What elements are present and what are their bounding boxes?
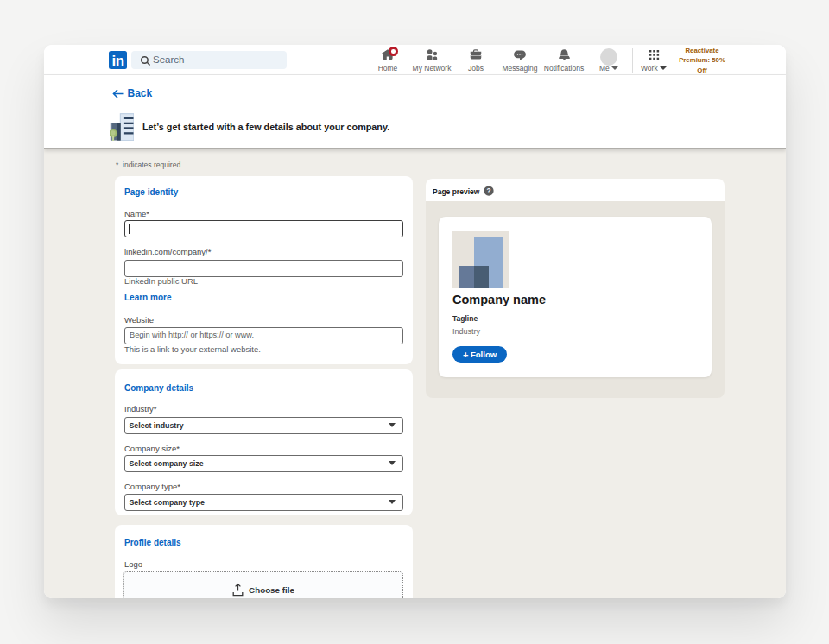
svg-text:?: ? [487, 187, 491, 195]
